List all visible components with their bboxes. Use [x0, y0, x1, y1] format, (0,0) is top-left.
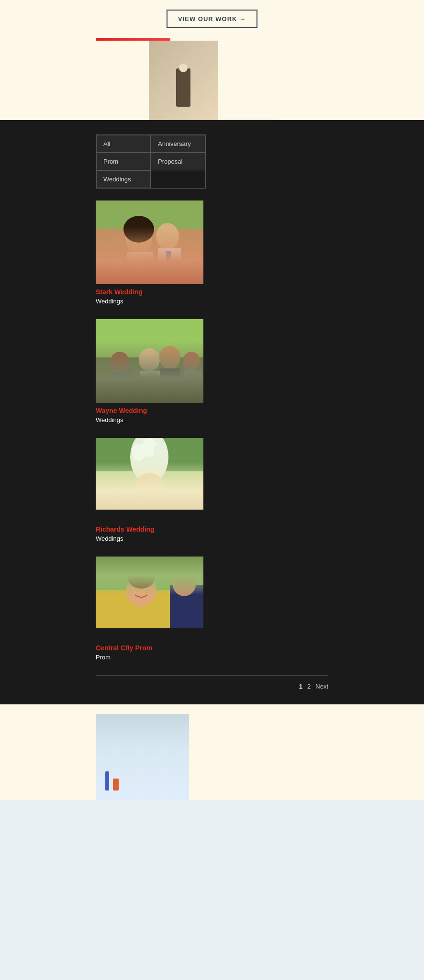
svg-rect-6 — [166, 251, 171, 275]
svg-point-4 — [156, 223, 179, 250]
svg-rect-18 — [184, 370, 201, 403]
orange-object — [113, 779, 119, 791]
blue-object — [105, 771, 109, 791]
top-photo — [149, 41, 218, 120]
portfolio-item-richards: Richards Wedding Weddings — [96, 438, 328, 542]
svg-point-31 — [132, 569, 151, 580]
bottom-section — [0, 704, 424, 800]
svg-rect-28 — [96, 557, 203, 590]
svg-rect-0 — [96, 200, 203, 284]
richards-wedding-image[interactable] — [96, 438, 203, 522]
svg-point-25 — [135, 473, 164, 498]
svg-rect-13 — [140, 371, 160, 403]
wayne-svg — [96, 319, 203, 403]
lamp-bulb — [179, 64, 188, 72]
top-section: VIEW OUR WORK → — [0, 0, 424, 120]
richards-wedding-category: Weddings — [96, 535, 328, 542]
svg-point-2 — [125, 223, 152, 254]
richards-svg — [96, 438, 203, 510]
filter-proposal[interactable]: Proposal — [151, 153, 205, 170]
svg-point-14 — [159, 346, 180, 369]
svg-point-33 — [172, 569, 196, 596]
svg-rect-9 — [96, 357, 203, 403]
lamp-shape — [176, 68, 190, 107]
stark-image-bg — [96, 200, 203, 284]
svg-rect-7 — [127, 252, 153, 284]
stark-wedding-category: Weddings — [96, 298, 328, 305]
svg-rect-15 — [160, 368, 180, 403]
prom-title[interactable]: Central City Prom — [96, 644, 328, 652]
prom-image[interactable] — [96, 557, 203, 640]
portfolio-item-wayne: Wayne Wedding Weddings — [96, 319, 328, 423]
portfolio-item-prom: Central City Prom Prom — [96, 557, 328, 661]
stark-svg — [96, 200, 203, 284]
separator-line — [150, 120, 274, 120]
top-image-area — [0, 41, 424, 120]
view-work-button[interactable]: VIEW OUR WORK → — [167, 10, 257, 28]
stark-wedding-image[interactable] — [96, 200, 203, 284]
svg-point-24 — [154, 443, 167, 460]
page-next[interactable]: Next — [315, 683, 328, 690]
svg-rect-32 — [170, 585, 203, 628]
bottom-photo-objects — [105, 771, 119, 791]
richards-image-bg — [96, 438, 203, 510]
wayne-image-bg — [96, 319, 203, 403]
svg-point-3 — [123, 216, 154, 243]
svg-point-17 — [183, 352, 200, 371]
svg-point-10 — [110, 352, 129, 373]
wayne-wedding-category: Weddings — [96, 416, 328, 423]
portfolio-item-stark: Stark Wedding Weddings — [96, 200, 328, 305]
wayne-wedding-image[interactable] — [96, 319, 203, 403]
pagination: 1 2 Next — [96, 675, 328, 690]
prom-svg — [96, 557, 203, 628]
svg-rect-5 — [158, 248, 181, 284]
page-1[interactable]: 1 — [299, 683, 302, 690]
svg-rect-11 — [112, 372, 130, 403]
main-content: All Anniversary Prom Proposal Weddings — [0, 120, 424, 704]
filter-grid: All Anniversary Prom Proposal Weddings — [96, 134, 206, 189]
cream-panel — [218, 41, 276, 120]
page-2[interactable]: 2 — [307, 683, 311, 690]
richards-wedding-title[interactable]: Richards Wedding — [96, 525, 328, 533]
filter-weddings[interactable]: Weddings — [96, 170, 151, 188]
svg-rect-1 — [96, 229, 203, 284]
bottom-photo — [96, 714, 189, 800]
filter-anniversary[interactable]: Anniversary — [151, 135, 205, 153]
stark-wedding-title[interactable]: Stark Wedding — [96, 288, 328, 296]
prom-image-bg — [96, 557, 203, 628]
page-wrapper: VIEW OUR WORK → All Anniversary — [0, 0, 424, 980]
prom-category: Prom — [96, 654, 328, 661]
filter-prom[interactable]: Prom — [96, 153, 151, 170]
svg-point-12 — [139, 348, 160, 371]
wayne-wedding-title[interactable]: Wayne Wedding — [96, 407, 328, 414]
svg-rect-26 — [136, 496, 163, 510]
svg-rect-20 — [96, 471, 203, 510]
svg-point-16 — [141, 374, 158, 387]
filter-all[interactable]: All — [96, 135, 151, 153]
svg-point-30 — [128, 568, 155, 589]
svg-point-29 — [126, 573, 156, 607]
svg-rect-8 — [96, 319, 203, 403]
